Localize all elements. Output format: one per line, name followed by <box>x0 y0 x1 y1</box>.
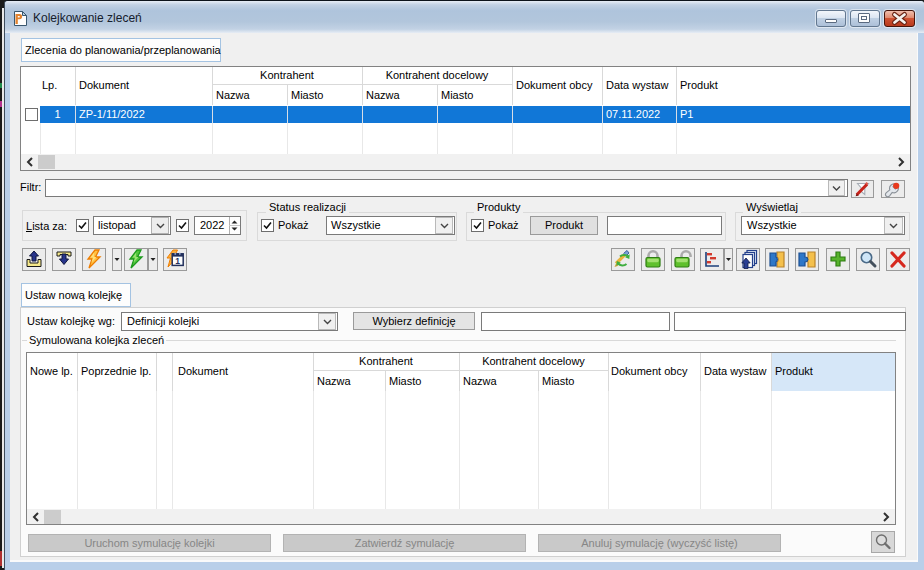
svg-text:1: 1 <box>175 256 180 266</box>
